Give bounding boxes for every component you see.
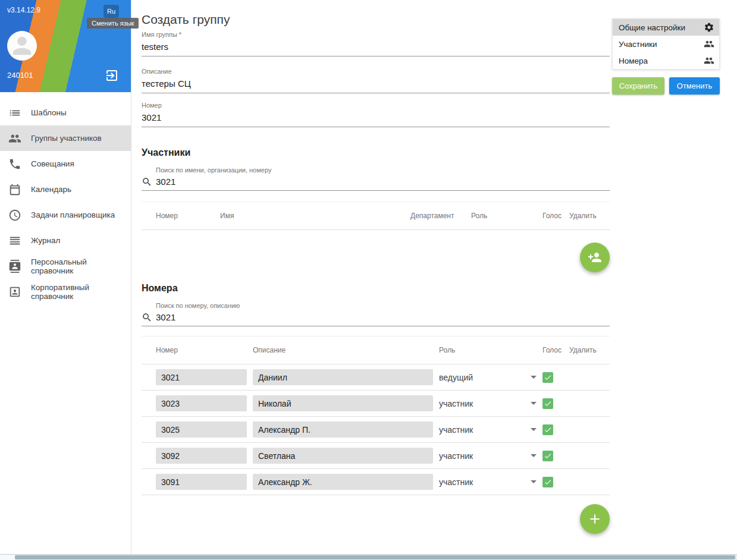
sidebar-menu: Шаблоны Группы участников Совещания Кале… [0, 92, 131, 304]
row-number-input[interactable] [156, 474, 247, 490]
settings-item-numbers[interactable]: Номера [613, 52, 719, 69]
voice-checkbox[interactable] [542, 451, 553, 461]
number-input[interactable] [142, 109, 610, 127]
check-icon [544, 426, 552, 434]
voice-checkbox[interactable] [542, 372, 553, 383]
sidebar-item-journal[interactable]: Журнал [0, 228, 131, 253]
column-header: Имя [220, 212, 410, 220]
row-description-input[interactable] [253, 369, 433, 385]
sidebar-item-corporate-directory[interactable]: Корпоративный справочник [0, 279, 131, 304]
numbers-table-header: Номер Описание Роль Голос Удалить [142, 336, 610, 364]
group-name-field: Имя группы * [142, 31, 610, 56]
chevron-down-icon [531, 402, 537, 405]
participants-search-label: Поиск по имени, организации, номеру [142, 166, 610, 174]
role-dropdown[interactable]: ведущий [439, 373, 542, 382]
row-number-input[interactable] [156, 421, 247, 438]
person-add-icon [588, 250, 602, 265]
sidebar-item-templates[interactable]: Шаблоны [0, 100, 131, 125]
sidebar-item-label: Календарь [31, 185, 71, 194]
voice-checkbox[interactable] [542, 424, 553, 435]
sidebar-item-label: Шаблоны [31, 108, 67, 117]
plus-icon [587, 511, 603, 527]
voice-checkbox[interactable] [542, 477, 553, 487]
chevron-down-icon [531, 376, 537, 379]
exit-icon [105, 68, 119, 83]
participants-table-header: Номер Имя Департамент Роль Голос Удалить [142, 202, 610, 230]
numbers-search-input[interactable] [156, 311, 610, 323]
sidebar-header: v3.14.12.9 Ru 240101 [0, 0, 131, 92]
search-icon [142, 177, 152, 187]
row-description-input[interactable] [253, 448, 433, 464]
logout-button[interactable] [105, 68, 119, 83]
scrollbar-corner [0, 555, 15, 560]
gear-icon [704, 22, 714, 33]
column-header: Департамент [410, 212, 471, 220]
description-label: Описание [142, 68, 610, 75]
row-description-input[interactable] [253, 474, 433, 490]
description-field: Описание [142, 68, 610, 93]
sidebar-item-label: Задачи планировщика [31, 210, 115, 219]
settings-menu: Общие настройки Участники Номера [612, 18, 720, 70]
row-number-input[interactable] [156, 448, 247, 464]
role-dropdown[interactable]: участник [439, 425, 542, 435]
language-button[interactable]: Ru [104, 5, 119, 18]
participants-table-body [142, 230, 610, 272]
role-value: участник [439, 399, 473, 408]
add-number-button[interactable] [580, 504, 610, 534]
column-header: Роль [471, 212, 542, 220]
settings-item-participants[interactable]: Участники [613, 36, 719, 52]
sidebar-item-personal-directory[interactable]: Персональный справочник [0, 253, 131, 279]
sidebar-item-calendar[interactable]: Календарь [0, 177, 131, 202]
corporate-directory-icon [8, 285, 21, 298]
clock-icon [8, 209, 21, 222]
participants-search-input[interactable] [156, 175, 610, 188]
check-icon [544, 399, 552, 408]
number-field: Номер [142, 102, 610, 127]
role-dropdown[interactable]: участник [439, 451, 542, 461]
numbers-search: Поиск по номеру, описанию [142, 302, 610, 326]
numbers-search-label: Поиск по номеру, описанию [142, 302, 610, 310]
search-icon [142, 312, 152, 323]
sidebar-item-scheduler-tasks[interactable]: Задачи планировщика [0, 202, 131, 228]
role-dropdown[interactable]: участник [439, 477, 542, 487]
column-header: Описание [253, 346, 439, 354]
column-header: Удалить [569, 212, 610, 220]
column-header: Роль [439, 346, 542, 354]
table-row: участник [142, 391, 610, 417]
sidebar-item-participant-groups[interactable]: Группы участников [0, 125, 131, 151]
row-number-input[interactable] [156, 369, 247, 385]
scrollbar-thumb[interactable] [15, 555, 735, 559]
page-title: Создать группу [142, 11, 610, 29]
table-row: участник [142, 417, 610, 443]
row-number-input[interactable] [156, 395, 247, 411]
add-participant-button[interactable] [580, 243, 610, 272]
panel-buttons: Сохранить Отменить [612, 77, 720, 95]
chevron-down-icon [531, 480, 537, 483]
app-version: v3.14.12.9 [7, 6, 40, 14]
row-description-input[interactable] [253, 421, 433, 438]
avatar [7, 31, 37, 61]
column-header: Голос [542, 346, 569, 354]
people-icon [704, 55, 714, 66]
settings-item-label: Общие настройки [619, 23, 685, 32]
role-dropdown[interactable]: участник [439, 399, 542, 408]
sidebar-item-meetings[interactable]: Совещания [0, 151, 131, 177]
group-name-label: Имя группы * [142, 31, 610, 39]
cancel-button[interactable]: Отменить [669, 77, 720, 95]
chevron-down-icon [531, 428, 537, 431]
phone-icon [8, 158, 21, 171]
people-icon [704, 39, 714, 49]
sidebar-item-label: Корпоративный справочник [31, 283, 131, 301]
description-input[interactable] [142, 75, 610, 93]
save-button[interactable]: Сохранить [612, 77, 664, 95]
sidebar-item-label: Журнал [31, 236, 60, 245]
group-name-input[interactable] [142, 39, 610, 56]
personal-directory-icon [8, 260, 21, 273]
voice-checkbox[interactable] [542, 398, 553, 409]
person-icon [8, 32, 36, 59]
user-number: 240101 [7, 71, 33, 80]
settings-item-label: Участники [619, 40, 657, 49]
settings-item-general[interactable]: Общие настройки [613, 19, 719, 36]
row-description-input[interactable] [253, 395, 433, 411]
sidebar-item-label: Персональный справочник [31, 257, 131, 275]
